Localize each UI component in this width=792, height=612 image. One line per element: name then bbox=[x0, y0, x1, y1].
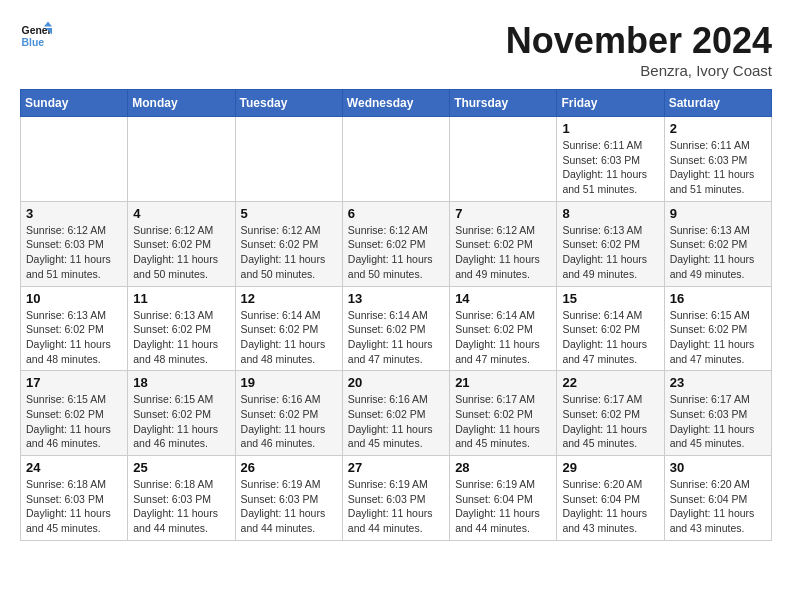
day-info: Sunrise: 6:17 AM Sunset: 6:02 PM Dayligh… bbox=[455, 392, 551, 451]
day-number: 20 bbox=[348, 375, 444, 390]
location: Benzra, Ivory Coast bbox=[506, 62, 772, 79]
day-header-sunday: Sunday bbox=[21, 90, 128, 117]
day-cell: 12Sunrise: 6:14 AM Sunset: 6:02 PM Dayli… bbox=[235, 286, 342, 371]
day-info: Sunrise: 6:14 AM Sunset: 6:02 PM Dayligh… bbox=[562, 308, 658, 367]
day-info: Sunrise: 6:18 AM Sunset: 6:03 PM Dayligh… bbox=[26, 477, 122, 536]
day-info: Sunrise: 6:20 AM Sunset: 6:04 PM Dayligh… bbox=[670, 477, 766, 536]
day-info: Sunrise: 6:12 AM Sunset: 6:02 PM Dayligh… bbox=[348, 223, 444, 282]
day-info: Sunrise: 6:18 AM Sunset: 6:03 PM Dayligh… bbox=[133, 477, 229, 536]
day-cell: 9Sunrise: 6:13 AM Sunset: 6:02 PM Daylig… bbox=[664, 201, 771, 286]
day-number: 30 bbox=[670, 460, 766, 475]
day-header-friday: Friday bbox=[557, 90, 664, 117]
day-number: 15 bbox=[562, 291, 658, 306]
day-cell: 7Sunrise: 6:12 AM Sunset: 6:02 PM Daylig… bbox=[450, 201, 557, 286]
day-info: Sunrise: 6:13 AM Sunset: 6:02 PM Dayligh… bbox=[26, 308, 122, 367]
day-cell: 26Sunrise: 6:19 AM Sunset: 6:03 PM Dayli… bbox=[235, 456, 342, 541]
svg-text:General: General bbox=[22, 25, 52, 36]
page-header: General Blue November 2024 Benzra, Ivory… bbox=[20, 20, 772, 79]
day-header-tuesday: Tuesday bbox=[235, 90, 342, 117]
day-cell: 6Sunrise: 6:12 AM Sunset: 6:02 PM Daylig… bbox=[342, 201, 449, 286]
day-cell: 25Sunrise: 6:18 AM Sunset: 6:03 PM Dayli… bbox=[128, 456, 235, 541]
day-header-thursday: Thursday bbox=[450, 90, 557, 117]
day-info: Sunrise: 6:14 AM Sunset: 6:02 PM Dayligh… bbox=[348, 308, 444, 367]
day-number: 5 bbox=[241, 206, 337, 221]
day-info: Sunrise: 6:16 AM Sunset: 6:02 PM Dayligh… bbox=[348, 392, 444, 451]
day-info: Sunrise: 6:20 AM Sunset: 6:04 PM Dayligh… bbox=[562, 477, 658, 536]
day-header-monday: Monday bbox=[128, 90, 235, 117]
title-area: November 2024 Benzra, Ivory Coast bbox=[506, 20, 772, 79]
day-info: Sunrise: 6:19 AM Sunset: 6:04 PM Dayligh… bbox=[455, 477, 551, 536]
day-cell: 21Sunrise: 6:17 AM Sunset: 6:02 PM Dayli… bbox=[450, 371, 557, 456]
day-cell: 14Sunrise: 6:14 AM Sunset: 6:02 PM Dayli… bbox=[450, 286, 557, 371]
day-cell bbox=[235, 117, 342, 202]
logo-icon: General Blue bbox=[20, 20, 52, 52]
day-cell: 23Sunrise: 6:17 AM Sunset: 6:03 PM Dayli… bbox=[664, 371, 771, 456]
day-number: 14 bbox=[455, 291, 551, 306]
day-cell: 5Sunrise: 6:12 AM Sunset: 6:02 PM Daylig… bbox=[235, 201, 342, 286]
day-number: 16 bbox=[670, 291, 766, 306]
day-cell: 22Sunrise: 6:17 AM Sunset: 6:02 PM Dayli… bbox=[557, 371, 664, 456]
day-cell: 27Sunrise: 6:19 AM Sunset: 6:03 PM Dayli… bbox=[342, 456, 449, 541]
day-info: Sunrise: 6:17 AM Sunset: 6:03 PM Dayligh… bbox=[670, 392, 766, 451]
calendar-table: SundayMondayTuesdayWednesdayThursdayFrid… bbox=[20, 89, 772, 541]
day-cell bbox=[342, 117, 449, 202]
day-number: 19 bbox=[241, 375, 337, 390]
day-info: Sunrise: 6:13 AM Sunset: 6:02 PM Dayligh… bbox=[562, 223, 658, 282]
day-number: 4 bbox=[133, 206, 229, 221]
day-info: Sunrise: 6:11 AM Sunset: 6:03 PM Dayligh… bbox=[670, 138, 766, 197]
day-cell: 17Sunrise: 6:15 AM Sunset: 6:02 PM Dayli… bbox=[21, 371, 128, 456]
day-cell: 10Sunrise: 6:13 AM Sunset: 6:02 PM Dayli… bbox=[21, 286, 128, 371]
day-cell bbox=[450, 117, 557, 202]
logo: General Blue bbox=[20, 20, 52, 52]
day-number: 10 bbox=[26, 291, 122, 306]
day-number: 17 bbox=[26, 375, 122, 390]
day-cell: 8Sunrise: 6:13 AM Sunset: 6:02 PM Daylig… bbox=[557, 201, 664, 286]
day-number: 1 bbox=[562, 121, 658, 136]
day-cell: 15Sunrise: 6:14 AM Sunset: 6:02 PM Dayli… bbox=[557, 286, 664, 371]
day-info: Sunrise: 6:17 AM Sunset: 6:02 PM Dayligh… bbox=[562, 392, 658, 451]
week-row-3: 10Sunrise: 6:13 AM Sunset: 6:02 PM Dayli… bbox=[21, 286, 772, 371]
day-header-saturday: Saturday bbox=[664, 90, 771, 117]
day-number: 9 bbox=[670, 206, 766, 221]
day-number: 28 bbox=[455, 460, 551, 475]
day-cell bbox=[128, 117, 235, 202]
day-cell: 2Sunrise: 6:11 AM Sunset: 6:03 PM Daylig… bbox=[664, 117, 771, 202]
day-info: Sunrise: 6:14 AM Sunset: 6:02 PM Dayligh… bbox=[241, 308, 337, 367]
day-cell: 13Sunrise: 6:14 AM Sunset: 6:02 PM Dayli… bbox=[342, 286, 449, 371]
day-cell: 18Sunrise: 6:15 AM Sunset: 6:02 PM Dayli… bbox=[128, 371, 235, 456]
week-row-2: 3Sunrise: 6:12 AM Sunset: 6:03 PM Daylig… bbox=[21, 201, 772, 286]
day-info: Sunrise: 6:12 AM Sunset: 6:02 PM Dayligh… bbox=[241, 223, 337, 282]
day-number: 8 bbox=[562, 206, 658, 221]
day-number: 3 bbox=[26, 206, 122, 221]
day-number: 26 bbox=[241, 460, 337, 475]
day-info: Sunrise: 6:12 AM Sunset: 6:03 PM Dayligh… bbox=[26, 223, 122, 282]
day-number: 22 bbox=[562, 375, 658, 390]
day-cell: 29Sunrise: 6:20 AM Sunset: 6:04 PM Dayli… bbox=[557, 456, 664, 541]
svg-marker-2 bbox=[44, 22, 52, 27]
day-info: Sunrise: 6:15 AM Sunset: 6:02 PM Dayligh… bbox=[133, 392, 229, 451]
day-info: Sunrise: 6:13 AM Sunset: 6:02 PM Dayligh… bbox=[133, 308, 229, 367]
day-header-wednesday: Wednesday bbox=[342, 90, 449, 117]
day-cell: 3Sunrise: 6:12 AM Sunset: 6:03 PM Daylig… bbox=[21, 201, 128, 286]
day-info: Sunrise: 6:12 AM Sunset: 6:02 PM Dayligh… bbox=[133, 223, 229, 282]
day-info: Sunrise: 6:14 AM Sunset: 6:02 PM Dayligh… bbox=[455, 308, 551, 367]
day-info: Sunrise: 6:12 AM Sunset: 6:02 PM Dayligh… bbox=[455, 223, 551, 282]
day-number: 18 bbox=[133, 375, 229, 390]
week-row-1: 1Sunrise: 6:11 AM Sunset: 6:03 PM Daylig… bbox=[21, 117, 772, 202]
day-number: 29 bbox=[562, 460, 658, 475]
day-cell: 19Sunrise: 6:16 AM Sunset: 6:02 PM Dayli… bbox=[235, 371, 342, 456]
day-info: Sunrise: 6:16 AM Sunset: 6:02 PM Dayligh… bbox=[241, 392, 337, 451]
day-cell: 1Sunrise: 6:11 AM Sunset: 6:03 PM Daylig… bbox=[557, 117, 664, 202]
day-cell: 16Sunrise: 6:15 AM Sunset: 6:02 PM Dayli… bbox=[664, 286, 771, 371]
day-cell: 30Sunrise: 6:20 AM Sunset: 6:04 PM Dayli… bbox=[664, 456, 771, 541]
week-row-4: 17Sunrise: 6:15 AM Sunset: 6:02 PM Dayli… bbox=[21, 371, 772, 456]
day-number: 24 bbox=[26, 460, 122, 475]
day-cell bbox=[21, 117, 128, 202]
day-info: Sunrise: 6:15 AM Sunset: 6:02 PM Dayligh… bbox=[670, 308, 766, 367]
day-info: Sunrise: 6:11 AM Sunset: 6:03 PM Dayligh… bbox=[562, 138, 658, 197]
day-cell: 11Sunrise: 6:13 AM Sunset: 6:02 PM Dayli… bbox=[128, 286, 235, 371]
day-number: 13 bbox=[348, 291, 444, 306]
day-number: 6 bbox=[348, 206, 444, 221]
day-number: 12 bbox=[241, 291, 337, 306]
day-cell: 20Sunrise: 6:16 AM Sunset: 6:02 PM Dayli… bbox=[342, 371, 449, 456]
